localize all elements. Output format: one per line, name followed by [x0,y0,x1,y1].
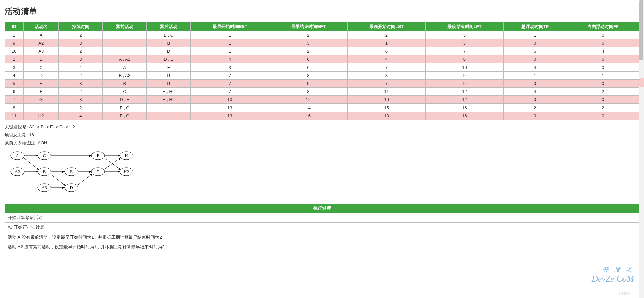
table-cell: 8 [269,72,347,80]
table-cell: 10 [426,63,503,72]
table-cell: 9 [426,72,503,80]
table-cell: 9 [5,39,24,47]
table-cell: 3 [59,39,103,47]
table-cell: 9 [426,80,503,88]
log-header: 执行过程 [5,204,639,213]
aon-node-label: A [16,153,19,158]
table-cell: G [146,80,190,88]
table-cell: 12 [426,88,503,96]
table-cell: 7 [347,63,426,72]
table-row: 9A23B131300 [5,39,639,47]
aon-node-label: A2 [15,169,20,174]
aon-diagram: ACFHA2BEGH2A3D [5,149,639,197]
table-header-cell: 活动名 [24,22,59,31]
table-cell: 10 [5,47,24,55]
table-cell: 2 [5,55,24,63]
table-cell: B [24,55,59,63]
table-cell [102,31,146,39]
table-cell: 4 [59,112,103,120]
aon-label: 紧前关系绘图法: AON: [5,140,639,146]
table-cell: 12 [426,96,503,104]
table-cell: 7 [347,80,426,88]
table-row: 5E3BG797900 [5,80,639,88]
table-cell: 1 [503,31,567,39]
critical-path-text: 关键路径是: A2 -> B -> E -> G -> H2 [5,124,639,130]
project-duration-text: 项目总工期: 16 [5,132,639,138]
aon-node-label: E [70,169,73,174]
execution-log-table: 执行过程 开始计算紧后活动## 开始正推法计算活动 A 没有紧前活动，设定最早开… [5,204,639,252]
table-cell: G [146,72,190,80]
table-cell: H , H2 [146,88,190,96]
table-cell: C [102,88,146,96]
table-cell: 13 [190,104,269,112]
table-cell: 1 [567,72,639,80]
table-cell: 6 [347,47,426,55]
table-cell: 9 [269,80,347,88]
table-cell: 4 [59,63,103,72]
table-header-cell: 自由浮动时间FF [567,22,639,31]
table-row: 7G3D , EH , H21012101200 [5,96,639,104]
table-cell: 16 [426,104,503,112]
table-cell: 3 [59,80,103,88]
aon-node-label: H2 [124,169,129,174]
table-cell: A3 [24,47,59,55]
log-cell: 开始计算紧后活动 [5,213,639,223]
table-cell: A2 [24,39,59,47]
aon-node-label: H [125,153,128,158]
table-cell: 13 [190,112,269,120]
scrollbar-thumb[interactable] [639,0,643,60]
table-cell: 2 [567,88,639,96]
table-cell: 1 [347,39,426,47]
table-cell: 2 [59,104,103,112]
aon-node-label: C [43,153,46,158]
table-cell: 3 [5,63,24,72]
table-cell: 4 [347,55,426,63]
table-cell: 3 [426,39,503,47]
table-cell: A , A2 [102,55,146,63]
table-header-cell: 紧后活动 [146,22,190,31]
table-cell: 12 [269,96,347,104]
table-header-cell: 总浮动时间TF [503,22,567,31]
table-cell: H [24,104,59,112]
table-cell: 13 [347,112,426,120]
table-cell: D [24,72,59,80]
table-cell: 1 [190,31,269,39]
table-cell: D , E [102,96,146,104]
table-cell: H , H2 [146,96,190,104]
table-cell: 7 [190,88,269,96]
table-cell: 6 [426,55,503,63]
table-cell: 5 [5,80,24,88]
table-cell: 2 [269,31,347,39]
table-cell: 16 [269,112,347,120]
table-cell: 1 [503,72,567,80]
table-header-cell: 最早开始时间EST [190,22,269,31]
table-cell: 16 [426,112,503,120]
table-cell: 1 [190,47,269,55]
table-cell [146,104,190,112]
table-cell: 2 [59,31,103,39]
table-cell: 2 [347,31,426,39]
table-cell: 11 [5,112,24,120]
table-cell: 6 [5,88,24,96]
table-cell: D , E [146,55,190,63]
table-cell [102,47,146,55]
table-header-cell: 最早结束时间EFT [269,22,347,31]
table-cell: F [24,88,59,96]
table-cell: 3 [269,39,347,47]
table-row: 4D2B , A3G788911 [5,72,639,80]
aon-edge [77,174,92,186]
activity-table: ID活动名持续时间紧前活动紧后活动最早开始时间EST最早结束时间EFT最晚开始时… [5,22,639,120]
scrollbar-track[interactable] [639,0,644,256]
table-cell [146,112,190,120]
aon-edge [50,174,66,186]
table-cell: E [24,80,59,88]
log-cell: 活动 A2 没有紧前活动，设定最早开始时间为1，并根据工期计算最早结束时间为3 [5,242,639,252]
table-cell: H2 [24,112,59,120]
table-row: 2B3A , A2D , E464600 [5,55,639,63]
table-cell: A [102,63,146,72]
table-row: 1A2B , C122310 [5,31,639,39]
table-cell [102,39,146,47]
table-cell: 14 [269,104,347,112]
table-row: 6F2CH , H278111242 [5,88,639,96]
table-cell: 15 [347,104,426,112]
